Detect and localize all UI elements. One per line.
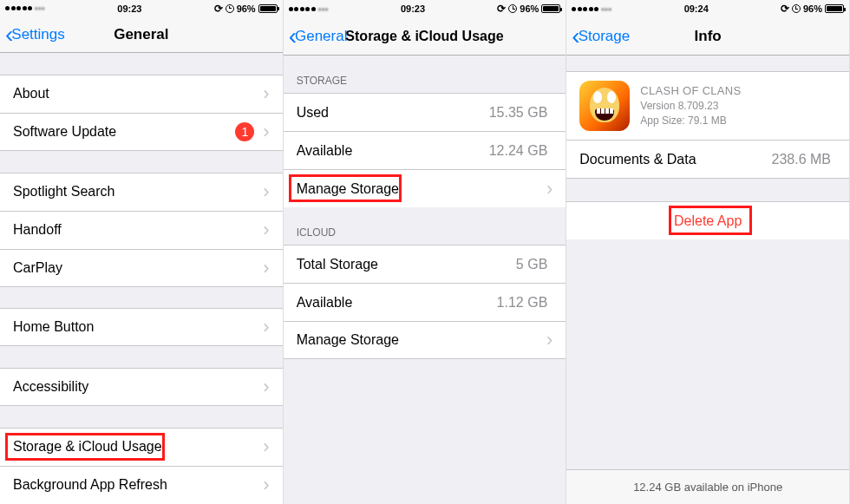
- chevron-right-icon: ›: [263, 223, 269, 237]
- signal-dots-icon: [5, 6, 32, 10]
- back-button[interactable]: ‹ General: [284, 28, 348, 45]
- chevron-right-icon: ›: [263, 440, 269, 454]
- delete-app-button[interactable]: Delete App: [566, 201, 849, 239]
- chevron-right-icon: ›: [263, 125, 269, 139]
- row-label: Background App Refresh: [13, 477, 263, 493]
- carrier-label: ▪▪▪: [35, 3, 45, 13]
- signal-dots-icon: [572, 7, 598, 11]
- carrier-label: ▪▪▪: [601, 4, 611, 14]
- status-time: 09:23: [401, 3, 425, 14]
- rotation-lock-icon: ⟳: [497, 4, 506, 13]
- app-name: CLASH OF CLANS: [640, 83, 741, 99]
- chevron-right-icon: ›: [263, 261, 269, 275]
- chevron-right-icon: ›: [263, 320, 269, 334]
- row-spotlight[interactable]: Spotlight Search ›: [0, 173, 283, 211]
- nav-bar: ‹ General Storage & iCloud Usage: [284, 17, 566, 56]
- row-about[interactable]: About ›: [0, 75, 283, 113]
- app-icon: [579, 81, 630, 131]
- status-time: 09:24: [684, 3, 709, 14]
- row-label: Used: [297, 105, 489, 121]
- row-label: Software Update: [13, 124, 235, 140]
- alarm-icon: [792, 4, 801, 13]
- chevron-right-icon: ›: [546, 333, 552, 347]
- row-label: Accessibility: [13, 379, 263, 395]
- delete-app-label: Delete App: [674, 213, 742, 229]
- row-value: 15.35 GB: [489, 105, 548, 121]
- chevron-right-icon: ›: [263, 380, 269, 394]
- battery-icon: [825, 4, 844, 13]
- row-label: Storage & iCloud Usage: [13, 439, 263, 455]
- row-manage-storage[interactable]: Manage Storage ›: [284, 169, 566, 207]
- status-bar: ▪▪▪ 09:23 ⟳ 96%: [0, 0, 283, 16]
- row-home-button[interactable]: Home Button ›: [0, 308, 283, 346]
- back-button[interactable]: ‹ Storage: [566, 28, 630, 45]
- alarm-icon: [226, 4, 234, 13]
- row-label: Available: [297, 143, 489, 159]
- row-label: Total Storage: [297, 257, 516, 272]
- storage-footer: 12.24 GB available on iPhone: [566, 469, 849, 504]
- screen-general: ▪▪▪ 09:23 ⟳ 96% ‹ Settings General About…: [0, 0, 284, 504]
- row-label: Spotlight Search: [13, 184, 263, 200]
- row-label: Home Button: [13, 319, 263, 335]
- row-available: Available 12.24 GB: [284, 131, 566, 169]
- back-label: General: [295, 28, 347, 45]
- back-button[interactable]: ‹ Settings: [0, 26, 65, 43]
- row-label: Available: [297, 295, 497, 311]
- battery-icon: [541, 4, 560, 13]
- row-label: Manage Storage: [297, 181, 546, 197]
- app-version: Version 8.709.23: [640, 99, 741, 114]
- battery-pct: 96%: [237, 3, 256, 14]
- footer-text: 12.24 GB available on iPhone: [633, 481, 782, 494]
- row-value: 1.12 GB: [497, 295, 548, 311]
- nav-bar: ‹ Settings General: [0, 16, 283, 53]
- row-accessibility[interactable]: Accessibility ›: [0, 368, 283, 406]
- app-info-card: CLASH OF CLANS Version 8.709.23 App Size…: [566, 71, 849, 141]
- row-documents-data: Documents & Data 238.6 MB: [566, 141, 849, 179]
- status-bar: ▪▪▪ 09:24 ⟳ 96%: [566, 0, 849, 17]
- screen-storage-icloud: ▪▪▪ 09:23 ⟳ 96% ‹ General Storage & iClo…: [284, 0, 567, 504]
- rotation-lock-icon: ⟳: [214, 4, 223, 13]
- row-used: Used 15.35 GB: [284, 93, 566, 131]
- chevron-right-icon: ›: [546, 182, 552, 196]
- row-label: CarPlay: [13, 260, 263, 276]
- row-label: Documents & Data: [579, 152, 771, 167]
- row-value: 5 GB: [516, 257, 547, 272]
- row-value: 238.6 MB: [771, 152, 830, 167]
- row-label: Manage Storage: [297, 332, 546, 348]
- nav-bar: ‹ Storage Info: [566, 17, 849, 56]
- chevron-right-icon: ›: [263, 478, 269, 492]
- row-icloud-available: Available 1.12 GB: [284, 283, 566, 321]
- back-label: Storage: [579, 28, 631, 45]
- chevron-right-icon: ›: [263, 87, 269, 101]
- row-carplay[interactable]: CarPlay ›: [0, 249, 283, 287]
- update-badge: 1: [235, 122, 254, 141]
- row-handoff[interactable]: Handoff ›: [0, 211, 283, 249]
- signal-dots-icon: [289, 7, 316, 11]
- row-total-storage: Total Storage 5 GB: [284, 245, 566, 283]
- row-software-update[interactable]: Software Update 1 ›: [0, 113, 283, 151]
- battery-pct: 96%: [520, 3, 539, 14]
- group-header-icloud: iCloud: [284, 207, 566, 245]
- row-label: Handoff: [13, 222, 263, 238]
- status-time: 09:23: [117, 3, 141, 14]
- row-icloud-manage-storage[interactable]: Manage Storage ›: [284, 321, 566, 359]
- alarm-icon: [508, 4, 517, 13]
- battery-icon: [258, 4, 278, 13]
- row-value: 12.24 GB: [489, 143, 548, 159]
- row-storage-icloud[interactable]: Storage & iCloud Usage ›: [0, 428, 283, 466]
- group-header-storage: Storage: [284, 56, 566, 93]
- chevron-right-icon: ›: [263, 185, 269, 199]
- row-background-refresh[interactable]: Background App Refresh ›: [0, 466, 283, 504]
- screen-app-info: ▪▪▪ 09:24 ⟳ 96% ‹ Storage Info CLASH OF …: [566, 0, 850, 504]
- row-label: About: [13, 86, 263, 101]
- battery-pct: 96%: [803, 3, 822, 14]
- carrier-label: ▪▪▪: [318, 4, 329, 14]
- back-label: Settings: [11, 26, 64, 43]
- rotation-lock-icon: ⟳: [781, 4, 789, 13]
- app-size: App Size: 79.1 MB: [640, 114, 741, 128]
- status-bar: ▪▪▪ 09:23 ⟳ 96%: [284, 0, 566, 17]
